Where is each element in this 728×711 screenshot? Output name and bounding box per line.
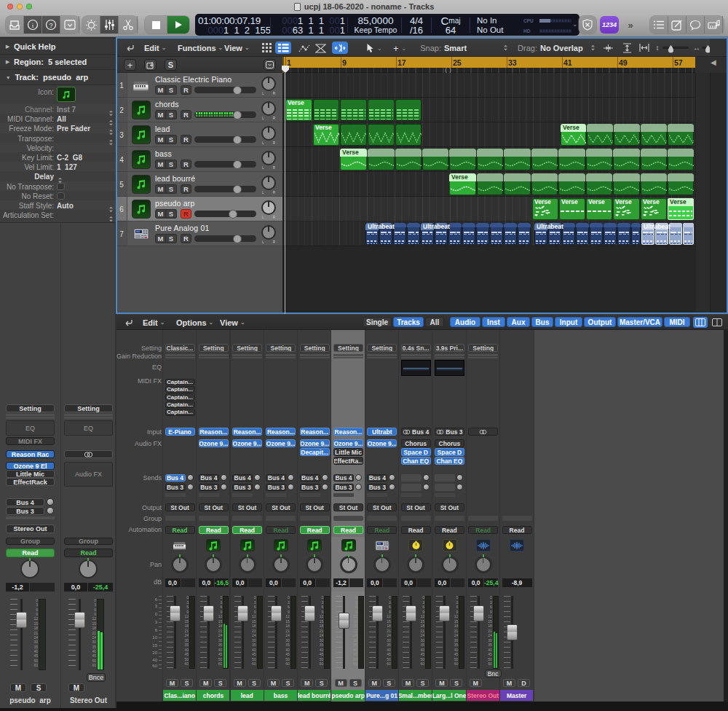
svg-text:i: i	[32, 22, 34, 29]
svg-text:?: ?	[49, 22, 52, 29]
